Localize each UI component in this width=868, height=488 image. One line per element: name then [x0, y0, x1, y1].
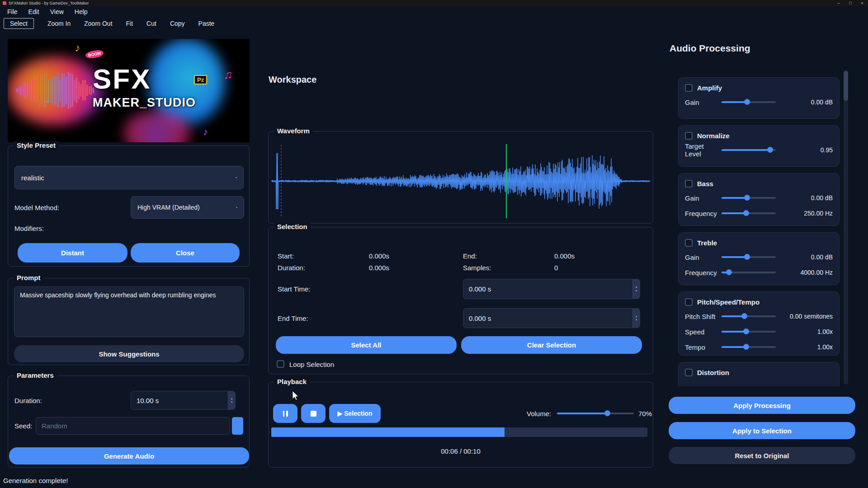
seed-random-button[interactable] [232, 417, 243, 435]
modifier-distant-button[interactable]: Distant [18, 243, 127, 263]
param-label: Target Level [685, 142, 718, 158]
toolbar-fit[interactable]: Fit [126, 20, 133, 27]
toolbar-zoom-in[interactable]: Zoom In [47, 20, 71, 27]
toolbar-paste[interactable]: Paste [198, 20, 215, 27]
time-display: 00:06 / 00:10 [269, 447, 653, 455]
show-suggestions-button[interactable]: Show Suggestions [14, 345, 244, 362]
playback-progress-bar[interactable] [271, 427, 647, 437]
toolbar-cut[interactable]: Cut [146, 20, 156, 27]
end-time-input[interactable] [463, 309, 632, 328]
start-time-input[interactable] [463, 279, 632, 299]
param-value: 0.00 dB [779, 194, 833, 202]
minimize-button[interactable]: – [833, 1, 844, 5]
selection-start-label: Start: [278, 252, 294, 260]
duration-field[interactable]: ▴▾ [131, 391, 236, 410]
title-bar: SFXMaker Studio - by GameDev_ToolMaker –… [0, 0, 868, 6]
pz-badge: Pz [194, 75, 207, 84]
arrow-icon: → [42, 95, 51, 105]
param-value: 1.00x [779, 343, 833, 351]
param-label: Gain [685, 194, 718, 202]
param-slider[interactable] [722, 209, 776, 217]
end-time-field[interactable]: ▴▾ [463, 308, 640, 328]
group-title: Prompt [14, 274, 44, 282]
effect-card: Distortion [678, 362, 840, 386]
effect-name: Pitch/Speed/Tempo [697, 298, 760, 306]
effect-enable-checkbox[interactable] [685, 369, 693, 376]
param-slider[interactable] [722, 268, 776, 277]
apply-processing-button[interactable]: Apply Processing [669, 397, 855, 414]
param-value: 0.00 semitones [779, 313, 833, 320]
volume-slider[interactable] [557, 409, 634, 418]
spinner-arrows-icon[interactable]: ▴▾ [632, 279, 640, 299]
logo-text-sfx: SFX [93, 65, 196, 93]
selection-duration-value: 0.000s [369, 264, 389, 272]
app-icon [3, 1, 6, 5]
param-slider[interactable] [722, 328, 776, 336]
group-title: Playback [274, 378, 310, 385]
model-method-dropdown[interactable]: High VRAM (Detailed) ▪ [131, 196, 244, 219]
menu-file[interactable]: File [3, 7, 22, 16]
param-value: 0.95 [779, 146, 833, 154]
param-slider[interactable] [722, 343, 776, 351]
prompt-textarea[interactable]: Massive spaceship slowly flying overhead… [14, 286, 244, 337]
maximize-button[interactable]: □ [844, 1, 856, 5]
stop-icon [311, 411, 316, 417]
param-label: Frequency [685, 210, 718, 217]
effect-enable-checkbox[interactable] [685, 239, 693, 247]
model-method-label: Model Method: [14, 204, 59, 211]
param-slider[interactable] [722, 146, 776, 154]
param-slider[interactable] [722, 312, 776, 320]
param-value: 4000.00 Hz [779, 269, 833, 276]
close-button[interactable]: × [856, 1, 868, 5]
pause-button[interactable] [273, 404, 297, 423]
reset-to-original-button[interactable]: Reset to Original [669, 447, 855, 464]
effects-scrollbar[interactable] [844, 70, 848, 385]
menu-edit[interactable]: Edit [24, 7, 44, 16]
modifiers-label: Modifiers: [14, 225, 44, 232]
spinner-arrows-icon[interactable]: ▴▾ [632, 309, 640, 328]
generate-audio-button[interactable]: Generate Audio [9, 447, 249, 465]
param-label: Speed [685, 328, 718, 336]
playback-group: Playback ▶ Selection Volume: 70% 00:06 /… [268, 382, 653, 468]
scrollbar-thumb[interactable] [844, 71, 848, 101]
seed-field[interactable] [36, 417, 230, 435]
clear-selection-button[interactable]: Clear Selection [461, 336, 642, 354]
param-value: 0.00 dB [779, 99, 833, 106]
music-note-icon: ♪ [203, 126, 208, 138]
selection-samples-value: 0 [554, 264, 558, 272]
style-preset-dropdown[interactable]: realistic ▪ [14, 166, 244, 189]
param-value: 0.00 dB [779, 253, 833, 261]
select-all-button[interactable]: Select All [276, 336, 457, 354]
effect-enable-checkbox[interactable] [685, 84, 693, 92]
waveform-display[interactable] [271, 143, 650, 219]
param-slider[interactable] [722, 194, 776, 202]
param-slider[interactable] [722, 253, 776, 261]
effect-enable-checkbox[interactable] [685, 298, 693, 306]
dropdown-indicator-icon: ▪ [236, 175, 237, 180]
play-selection-button[interactable]: ▶ Selection [329, 404, 381, 423]
stop-button[interactable] [301, 404, 326, 423]
start-time-field[interactable]: ▴▾ [463, 279, 640, 299]
progress-fill [271, 427, 505, 437]
toolbar-copy[interactable]: Copy [170, 20, 185, 27]
pause-icon [283, 411, 288, 417]
toolbar-select[interactable]: Select [4, 18, 34, 29]
effect-enable-checkbox[interactable] [685, 132, 693, 140]
duration-input[interactable] [131, 391, 228, 409]
boom-badge: BOOM [85, 49, 104, 60]
spinner-arrows-icon[interactable]: ▴▾ [228, 391, 235, 409]
seed-input[interactable] [36, 418, 230, 434]
selection-end-value: 0.000s [554, 252, 575, 260]
menu-help[interactable]: Help [70, 7, 92, 16]
apply-to-selection-button[interactable]: Apply to Selection [669, 422, 855, 439]
mouse-cursor [292, 390, 301, 401]
menu-view[interactable]: View [46, 7, 68, 16]
effect-card: Pitch/Speed/TempoPitch Shift0.00 semiton… [678, 291, 840, 356]
workspace-title: Workspace [269, 75, 316, 85]
loop-selection-checkbox[interactable] [277, 360, 284, 368]
modifier-close-button[interactable]: Close [131, 243, 240, 263]
effect-name: Amplify [697, 84, 722, 92]
toolbar-zoom-out[interactable]: Zoom Out [84, 20, 112, 27]
effect-enable-checkbox[interactable] [685, 180, 693, 188]
param-slider[interactable] [722, 98, 776, 106]
